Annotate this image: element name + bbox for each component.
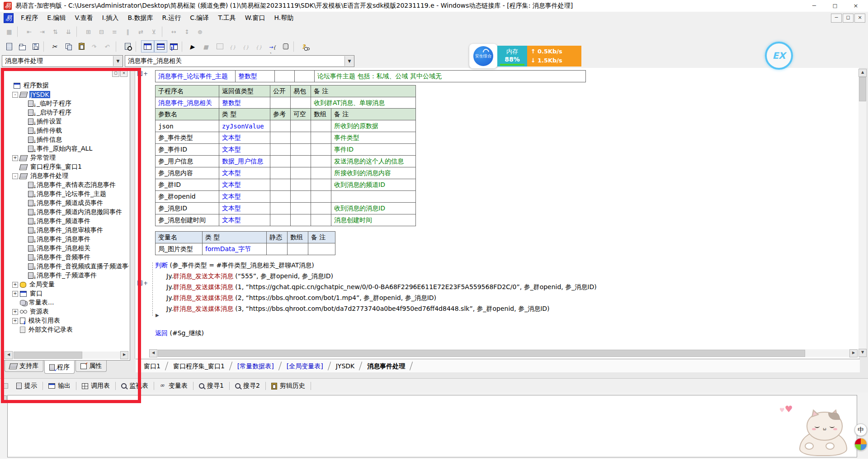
table-cell[interactable]: 文本型	[219, 214, 270, 226]
tree-item[interactable]: + 模块引用表	[5, 316, 129, 325]
tab-program[interactable]: 程序	[44, 361, 75, 374]
table-cell[interactable]: json	[156, 120, 219, 132]
table-cell[interactable]: 发送消息的这个人的信息	[331, 156, 416, 167]
scroll-left-icon[interactable]: ◀	[149, 349, 157, 357]
toolbar-button[interactable]	[182, 41, 186, 52]
scroll-right-icon[interactable]: ▶	[849, 349, 858, 357]
toolbar-button[interactable]	[162, 26, 166, 37]
table-cell[interactable]	[311, 179, 331, 191]
tree-item[interactable]: + 资源表	[5, 307, 129, 316]
step-into-button[interactable]	[240, 40, 253, 52]
subroutine-combobox[interactable]: 消息事件_消息相关 ▼	[125, 55, 354, 67]
table-cell[interactable]: 参_群openid	[156, 191, 219, 203]
tree-item[interactable]: 消息事件_频道成员事件	[5, 199, 129, 208]
tree-item[interactable]: 消息事件_音视频或直播子频道事件	[5, 262, 129, 271]
undo-button[interactable]	[101, 40, 114, 52]
table-cell[interactable]	[291, 167, 311, 179]
tree-expand-toggle[interactable]: -	[12, 92, 18, 98]
ime-language-button[interactable]: 中	[854, 423, 867, 436]
table-cell[interactable]: 收到消息的频道ID	[331, 179, 416, 191]
table-cell[interactable]	[311, 191, 331, 203]
fold-toggle[interactable]: +	[137, 281, 148, 285]
toolbar-button[interactable]	[116, 41, 120, 52]
dock-tab-hints[interactable]: 提示	[12, 380, 42, 391]
tab-properties[interactable]: 属性	[75, 361, 107, 372]
swap-button[interactable]: ⇄	[134, 26, 147, 38]
menu-item[interactable]: I.插入	[98, 12, 123, 24]
table-cell[interactable]: 消息事件_消息相关	[156, 97, 219, 109]
tree-item[interactable]: 消息事件_消息审核事件	[5, 226, 129, 235]
tree-item[interactable]: 消息事件_频道内消息撤回事件	[5, 208, 129, 217]
same-size-button[interactable]: ⊕	[193, 26, 207, 38]
mdi-restore-button[interactable]: ◻	[843, 14, 854, 23]
table-cell[interactable]: 参_事件ID	[156, 144, 219, 156]
table-cell[interactable]: zyJsonValue	[219, 120, 270, 132]
table-cell[interactable]: 整数型	[219, 97, 270, 109]
doc-tab-globals[interactable]: [全局变量表]	[280, 360, 330, 372]
program-section-combobox[interactable]: 消息事件处理 ▼	[2, 55, 123, 67]
find-button[interactable]	[121, 40, 134, 52]
menu-item[interactable]: V.查看	[71, 12, 98, 24]
code-line[interactable]: Jy.群消息_发送媒体消息 (1, “https://gchat.qpic.cn…	[166, 281, 597, 292]
dock-tab-watch-table[interactable]: 监视表	[117, 380, 153, 391]
tree-item[interactable]: 插件信息	[5, 135, 129, 144]
tree-item[interactable]: 消息事件_论坛事件_主题	[5, 190, 129, 199]
run-button[interactable]	[187, 40, 200, 52]
table-cell[interactable]	[331, 191, 416, 203]
editor-vertical-scrollbar[interactable]: ▲ ▼	[859, 69, 866, 357]
table-cell[interactable]	[295, 71, 315, 82]
table-cell[interactable]: 参_消息内容	[156, 167, 219, 179]
dock-tab-search2[interactable]: 搜寻2	[231, 380, 264, 391]
table-cell[interactable]: 文本型	[219, 132, 270, 144]
fold-toggle[interactable]: +	[137, 71, 148, 76]
table-cell[interactable]	[270, 214, 291, 226]
output-textarea[interactable]	[7, 395, 857, 457]
code-line[interactable]: Jy.群消息_发送文本消息 (“555”, 参_群openid, 参_消息ID)	[166, 271, 597, 281]
table-cell[interactable]	[311, 144, 331, 156]
table-cell[interactable]	[270, 144, 291, 156]
table-cell[interactable]: 收到群AT消息、单聊消息	[311, 97, 416, 109]
mdi-close-button[interactable]: ×	[854, 14, 865, 23]
table-cell[interactable]	[291, 191, 311, 203]
tree-item[interactable]: 常量表...	[5, 298, 129, 307]
layout-window1-button[interactable]	[141, 40, 154, 52]
tree-item[interactable]: 外部文件记录表	[5, 325, 129, 334]
center-vertical-button[interactable]: ⊟	[95, 26, 108, 38]
table-cell[interactable]	[270, 167, 291, 179]
tree-item[interactable]: 插件设置	[5, 117, 129, 126]
code-line[interactable]: Jy.群消息_发送媒体消息 (3, “https://bbs.qhroot.co…	[166, 303, 597, 314]
toolbar-button[interactable]	[76, 26, 80, 37]
table-cell[interactable]: 参_消息ID	[156, 203, 219, 214]
table-cell[interactable]: 参_消息创建时间	[156, 214, 219, 226]
menu-item[interactable]: E.编辑	[42, 12, 70, 24]
table-cell[interactable]: 局_图片类型	[156, 243, 203, 255]
table-cell[interactable]: 消息创建时间	[331, 214, 416, 226]
table-cell[interactable]	[267, 243, 288, 255]
chevron-down-icon[interactable]: ▼	[113, 56, 123, 66]
doc-tab-window1[interactable]: 窗口1	[137, 360, 167, 372]
code-line[interactable]: Jy.群消息_发送媒体消息 (2, “https://bbs.qhroot.co…	[166, 292, 597, 303]
toolbar-button[interactable]	[136, 41, 140, 52]
table-cell[interactable]: 事件ID	[331, 144, 416, 156]
copy-button[interactable]	[62, 40, 75, 52]
tree-item[interactable]: _临时子程序	[5, 99, 129, 108]
table-cell[interactable]	[291, 214, 311, 226]
table-cell[interactable]: 事件类型	[331, 132, 416, 144]
tree-item[interactable]: 消息事件_消息事件	[5, 235, 129, 244]
table-cell[interactable]	[270, 179, 291, 191]
table-cell[interactable]	[311, 214, 331, 226]
align-bottom-button[interactable]: ⇊	[62, 26, 75, 38]
help-search-button[interactable]	[299, 40, 312, 52]
run-to-cursor-button[interactable]	[266, 40, 279, 52]
table-cell[interactable]: 文本型	[219, 179, 270, 191]
scrollbar-thumb[interactable]	[859, 77, 866, 101]
new-button[interactable]	[3, 40, 16, 52]
tree-expand-toggle[interactable]: +	[12, 282, 18, 288]
tree-horizontal-scrollbar[interactable]: ◀ ▶	[5, 352, 128, 359]
doc-tab-constants[interactable]: [常量数据表]	[231, 360, 280, 372]
table-cell[interactable]	[311, 132, 331, 144]
menu-item[interactable]: F.程序	[16, 12, 42, 24]
table-cell[interactable]	[311, 167, 331, 179]
tree-item[interactable]: 消息事件_频道事件	[5, 217, 129, 226]
same-height-button[interactable]: ↕	[180, 26, 193, 38]
